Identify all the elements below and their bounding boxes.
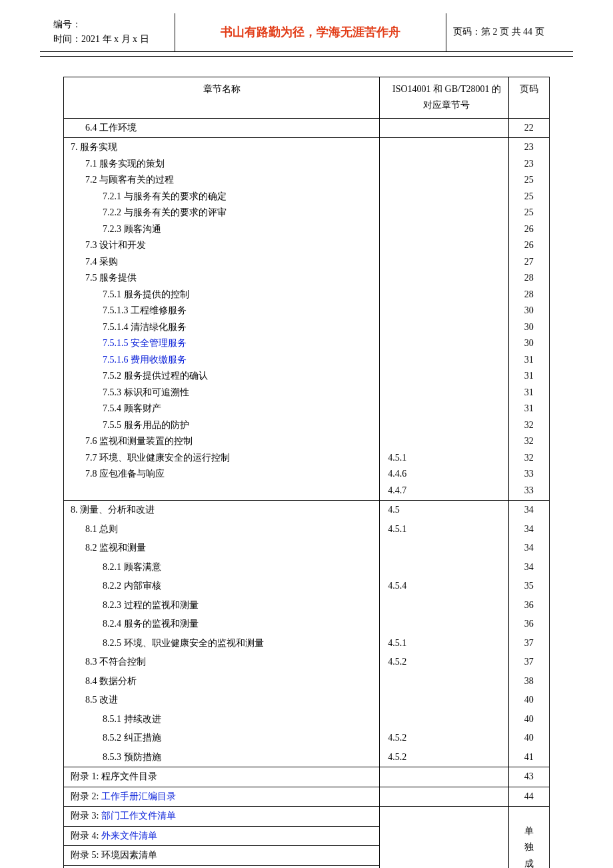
toc-page-merged: 单独成册 xyxy=(508,807,549,868)
toc-row: 8. 测量、分析和改进4.534 xyxy=(64,501,550,520)
toc-ref-cell: 4.5.2 xyxy=(380,653,508,672)
toc-entry-text[interactable]: 部门工作文件清单 xyxy=(101,811,176,821)
toc-entry-text: 8.3 不符合控制 xyxy=(68,654,146,671)
toc-page-cell: 37 xyxy=(508,653,549,672)
toc-name-cell: 8.2.2 内部审核 xyxy=(64,577,380,596)
toc-entry-text: 7.5.1.3 工程维修服务 xyxy=(68,303,375,319)
toc-name-cell: 6.4 工作环境 xyxy=(64,118,380,138)
toc-name-cell: 8.2.5 环境、职业健康安全的监视和测量 xyxy=(64,634,380,653)
toc-entry-text: 8.5 改进 xyxy=(68,692,118,709)
toc-ref-cell: 4.5.4 xyxy=(380,577,508,596)
toc-entry-text: 8.2.1 顾客满意 xyxy=(68,559,161,576)
toc-entry-text: 7.2.2 与服务有关的要求的评审 xyxy=(68,205,375,221)
toc-row: 8.2.1 顾客满意34 xyxy=(64,558,550,577)
toc-ref-cell: 4.5.1 xyxy=(380,634,508,653)
toc-name-cell: 附录 2: 工作手册汇编目录 xyxy=(64,787,380,807)
toc-header-row: 章节名称 ISO14001 和 GB/T28001 的对应章节号 页码 xyxy=(64,77,550,118)
toc-page-cell: 36 xyxy=(508,615,549,634)
toc-name-cell: 附录 5: 环境因素清单 xyxy=(64,846,380,866)
toc-name-cell: 8.2.4 服务的监视和测量 xyxy=(64,615,380,634)
toc-page-cell: 22 xyxy=(508,118,549,138)
header-motto: 书山有路勤为径，学海无涯苦作舟 xyxy=(175,13,446,51)
toc-ref-cell: 4.5 xyxy=(380,501,508,520)
toc-entry-text: 8.5.3 预防措施 xyxy=(68,749,161,766)
toc-entry-text: 8.2.4 服务的监视和测量 xyxy=(68,616,199,633)
toc-name-cell: 8.2.3 过程的监视和测量 xyxy=(64,596,380,615)
page-header: 编号： 时间：2021 年 x 月 x 日 书山有路勤为径，学海无涯苦作舟 页码… xyxy=(40,13,573,52)
toc-entry-text: 7.5 服务提供 xyxy=(68,270,375,287)
toc-ref-cell: 4.5.1 xyxy=(380,520,508,539)
toc-entry-text: 程序文件目录 xyxy=(101,771,157,781)
toc-entry-text: 7.2.3 顾客沟通 xyxy=(68,221,375,238)
toc-entry-text: 8.2.3 过程的监视和测量 xyxy=(68,597,199,614)
toc-entry-prefix: 附录 5: xyxy=(71,850,101,860)
toc-ref-cell xyxy=(380,615,508,634)
toc-ref-cell xyxy=(380,807,508,868)
toc-page-cell: 34 xyxy=(508,539,549,558)
toc-header-name: 章节名称 xyxy=(64,77,380,118)
toc-ref-cell xyxy=(380,710,508,729)
toc-ref-cell xyxy=(380,558,508,577)
toc-group-names: 7. 服务实现7.1 服务实现的策划7.2 与顾客有关的过程7.2.1 与服务有… xyxy=(64,138,380,501)
toc-wrapper: 章节名称 ISO14001 和 GB/T28001 的对应章节号 页码 6.4 … xyxy=(63,77,550,868)
toc-page-cell: 34 xyxy=(508,501,549,520)
toc-page-cell: 40 xyxy=(508,710,549,729)
toc-row: 8.2.2 内部审核4.5.435 xyxy=(64,577,550,596)
toc-entry-text: 7.4 采购 xyxy=(68,254,375,271)
toc-page-cell: 34 xyxy=(508,520,549,539)
toc-ref-cell xyxy=(380,672,508,691)
toc-row: 8.5.3 预防措施4.5.241 xyxy=(64,748,550,767)
toc-entry-text: 7.5.5 服务用品的防护 xyxy=(68,417,375,434)
toc-name-cell: 附录 3: 部门工作文件清单 xyxy=(64,807,380,827)
toc-entry-text: 7.5.1 服务提供的控制 xyxy=(68,287,375,303)
toc-name-cell: 8.2.1 顾客满意 xyxy=(64,558,380,577)
toc-ref-cell xyxy=(380,691,508,710)
toc-group-refs: 4.5.14.4.64.4.7 xyxy=(380,138,508,501)
toc-row: 附录 1: 程序文件目录43 xyxy=(64,767,550,787)
toc-name-cell: 8.5 改进 xyxy=(64,691,380,710)
toc-entry-text[interactable]: 7.5.1.5 安全管理服务 xyxy=(68,335,375,352)
toc-entry-text[interactable]: 7.5.1.6 费用收缴服务 xyxy=(68,352,375,369)
toc-row: 8.1 总则4.5.134 xyxy=(64,520,550,539)
toc-entry-text: 7.8 应包准备与响应 xyxy=(68,466,375,483)
toc-entry-text[interactable]: 工作手册汇编目录 xyxy=(101,791,176,801)
toc-name-cell: 8.3 不符合控制 xyxy=(64,653,380,672)
toc-page-cell: 35 xyxy=(508,577,549,596)
toc-name-cell: 附录 4: 外来文件清单 xyxy=(64,826,380,846)
toc-entry-text[interactable]: 外来文件清单 xyxy=(101,831,157,841)
toc-row: 8.5 改进40 xyxy=(64,691,550,710)
toc-page-cell: 44 xyxy=(508,787,549,807)
toc-entry-prefix: 附录 4: xyxy=(71,831,101,841)
toc-page-cell: 40 xyxy=(508,691,549,710)
toc-entry-prefix: 附录 1: xyxy=(71,771,101,781)
toc-row: 8.2.4 服务的监视和测量36 xyxy=(64,615,550,634)
toc-entry-text: 8.4 数据分析 xyxy=(68,673,137,690)
toc-row: 6.4 工作环境22 xyxy=(64,118,550,138)
toc-group-pages: 2323252525262627282830303031313131323232… xyxy=(508,138,549,501)
toc-entry-text: 7.6 监视和测量装置的控制 xyxy=(68,433,375,450)
toc-ref-cell xyxy=(380,596,508,615)
toc-entry-text: 7.5.2 服务提供过程的确认 xyxy=(68,368,375,385)
toc-entry-text: 8.5.1 持续改进 xyxy=(68,711,161,728)
toc-name-cell: 8.5.3 预防措施 xyxy=(64,748,380,767)
toc-header-page: 页码 xyxy=(508,77,549,118)
toc-name-cell: 8.5.2 纠正措施 xyxy=(64,729,380,748)
toc-entry-text: 7.5.1.4 清洁绿化服务 xyxy=(68,319,375,336)
toc-ref-cell xyxy=(380,767,508,787)
toc-entry-text: 7.7 环境、职业健康安全的运行控制 xyxy=(68,450,375,467)
toc-entry-prefix: 附录 2: xyxy=(71,791,101,801)
toc-entry-text: 6.4 工作环境 xyxy=(68,120,137,137)
toc-entry-text: 7.2.1 与服务有关的要求的确定 xyxy=(68,189,375,205)
toc-entry-text: 7.5.4 顾客财产 xyxy=(68,401,375,417)
toc-row: 8.2 监视和测量34 xyxy=(64,539,550,558)
toc-row: 8.2.5 环境、职业健康安全的监视和测量4.5.137 xyxy=(64,634,550,653)
toc-row: 8.4 数据分析38 xyxy=(64,672,550,691)
toc-name-cell: 8.2 监视和测量 xyxy=(64,539,380,558)
header-page: 页码：第 2 页 共 44 页 xyxy=(446,13,573,51)
toc-name-cell: 附录 6: 重要环境因素、重大风险源清单 xyxy=(64,865,380,868)
toc-header-ref: ISO14001 和 GB/T28001 的对应章节号 xyxy=(380,77,508,118)
toc-page-cell: 36 xyxy=(508,596,549,615)
toc-entry-text: 7.3 设计和开发 xyxy=(68,237,375,254)
toc-page-cell: 40 xyxy=(508,729,549,748)
toc-ref-cell: 4.5.2 xyxy=(380,729,508,748)
